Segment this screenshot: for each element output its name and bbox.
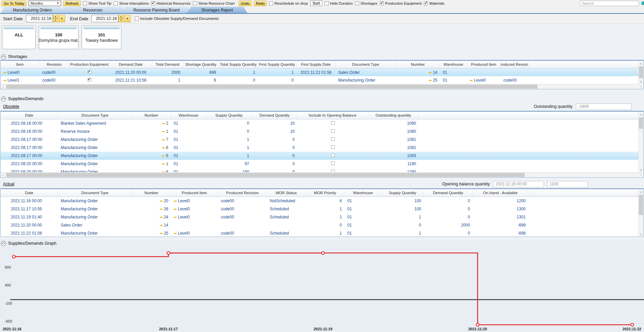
group-card-all[interactable]: ALL [2,26,36,49]
column-header[interactable]: Date [1,112,58,119]
row-checkbox[interactable] [331,145,335,149]
column-header[interactable]: Warehouse [440,61,467,68]
table-row[interactable]: 2021:08:16 00:00Reserve Invoice➡10101010… [1,127,643,135]
column-header[interactable]: Supply Quantity [206,112,252,119]
scroll-left-icon[interactable]: ‹ [1,84,6,89]
table-row[interactable]: 2021:08:17 00:00Manufacturing Order➡6011… [1,144,643,152]
checkbox-historical-resources[interactable]: Historical Resources [151,1,191,5]
group-card-100[interactable]: 100 Domyślna grupa mat. [39,26,79,49]
spin-down-icon[interactable]: ▼ [53,19,58,22]
scroll-up-icon[interactable]: ∧ [639,112,643,117]
redo-button[interactable]: Redo [254,1,267,6]
scrollbar-track[interactable] [639,66,643,79]
spin-up-icon[interactable]: ▲ [118,15,124,19]
column-header[interactable]: Produced Item [171,189,218,197]
checkbox-materials[interactable]: Materials [424,1,444,5]
scroll-down-icon[interactable]: ∨ [639,168,643,172]
column-header[interactable]: Produced Revision [218,189,267,197]
column-header[interactable]: On Hand - Available [473,189,528,197]
scroll-left-icon[interactable]: ‹ [1,173,6,177]
end-date-input[interactable] [91,15,118,22]
column-header[interactable]: Number [396,61,440,68]
row-checkbox[interactable] [88,70,91,74]
column-header[interactable]: MOR Status [267,189,306,197]
scrollbar-track[interactable] [6,84,638,89]
table-row[interactable]: 2021:11:16 00:00Manufacturing Order➡20➡L… [1,197,643,205]
checkbox-shortages[interactable]: Shortages [355,1,377,5]
column-header[interactable]: Demand Quantity [252,112,297,119]
checkbox-reschedule-on-drop[interactable]: Reschedule on drop [269,1,308,5]
scroll-up-icon[interactable]: ∧ [639,61,643,66]
row-checkbox[interactable] [331,129,335,133]
spin-up-icon[interactable]: ▲ [53,15,58,19]
column-header[interactable]: Revision [39,61,69,68]
vertical-scrollbar[interactable]: ∧ ∨ [638,190,643,237]
graph-data-point[interactable] [631,323,634,326]
row-checkbox[interactable] [331,137,335,141]
column-header[interactable]: MOR Priority [306,189,345,197]
column-header[interactable]: Total Supply Quantity [219,61,258,68]
horizontal-scrollbar[interactable]: ‹ › [1,172,643,177]
column-header[interactable]: Item [1,61,39,68]
graph-data-point[interactable] [12,255,16,258]
spin-down-icon[interactable]: ▼ [118,19,124,22]
end-date-dropdown[interactable]: ▼ [124,15,130,22]
table-row[interactable]: ➡Level0code002021:11:20 00:0020006991120… [1,68,643,76]
collapse-chevron-icon[interactable] [1,241,6,246]
scrollbar-thumb[interactable] [6,85,537,89]
column-header[interactable]: Document Type [58,189,132,197]
column-header[interactable]: Outstanding quantity [368,112,419,119]
table-row[interactable]: 2021:08:20 00:00Manufacturing Order➡1019… [1,160,643,168]
tab-resource-planning-board[interactable]: Resource Planning Board [121,7,192,13]
column-header[interactable]: Total Demand [152,61,183,68]
vertical-scrollbar[interactable]: ∧ ∨ [638,112,643,172]
period-select[interactable]: Months ▼ [29,1,61,6]
collapse-chevron-icon[interactable] [1,96,6,101]
table-row[interactable]: 2021:11:19 01:40Manufacturing Order➡24➡L… [1,213,643,221]
table-row[interactable]: 2021:11:22 01:56Manufacturing Order➡25➡L… [1,229,643,237]
collapse-chevron-icon[interactable] [1,54,6,59]
scrollbar-track[interactable] [639,117,643,168]
scrollbar-thumb[interactable] [639,195,643,215]
table-row[interactable]: 2021:08:17 00:00Manufacturing Order➡7011… [1,135,643,144]
vertical-scrollbar[interactable]: ∧ ∨ [638,61,643,84]
checkbox-show-resource-chart[interactable]: Show Resource Chart [193,1,235,5]
column-header[interactable]: Document Type [58,112,132,119]
column-header[interactable]: Document Type [335,61,396,68]
row-checkbox[interactable] [331,170,335,172]
checkbox-production-equipment[interactable]: Production Equipment [380,1,421,5]
column-header[interactable]: First Supply Date [296,61,335,68]
row-checkbox[interactable] [331,121,335,125]
column-header[interactable]: Warehouse [171,112,206,119]
scrollbar-thumb[interactable] [639,117,643,129]
go-to-today-button[interactable]: Go To Today [2,1,26,6]
column-header[interactable]: Production Equipment [69,61,110,68]
tab-shortages-report[interactable]: Shortages Report [187,7,247,13]
graph-data-point[interactable] [476,323,479,326]
scroll-right-icon[interactable]: › [638,173,643,177]
undo-button[interactable]: Undo [239,1,252,6]
checkbox-show-tool-tip[interactable]: Show Tool Tip [83,1,111,5]
refresh-button[interactable]: Refresh [63,1,81,6]
scroll-up-icon[interactable]: ∧ [639,190,643,194]
column-header[interactable]: Include In Opening Balance [297,112,368,119]
obsolete-label[interactable]: Obsolete [3,104,19,109]
scroll-right-icon[interactable]: › [638,84,643,89]
search-input[interactable] [580,1,639,6]
table-row[interactable]: 2021:08:20 00:00Manufacturing Order➡8011… [1,168,643,172]
table-row[interactable]: 2021:08:16 00:00Blanket Sales Agreement➡… [1,119,643,127]
scrollbar-track[interactable] [6,173,638,177]
table-row[interactable]: ➡Level1code002021:11:21 10:561600Manufac… [1,76,643,84]
checkbox-hide-duration[interactable]: Hide Duration [325,1,353,5]
graph-data-point[interactable] [167,251,170,254]
scrollbar-thumb[interactable] [639,66,643,78]
sort-button[interactable]: Sort [310,0,322,6]
column-header[interactable]: Produced Revision [501,61,528,68]
tab-resources[interactable]: Resources [59,7,126,13]
scroll-down-icon[interactable]: ∨ [639,79,643,84]
graph-data-point[interactable] [322,251,325,254]
scroll-down-icon[interactable]: ∨ [639,232,643,237]
row-checkbox[interactable] [88,78,91,82]
column-header[interactable]: Date [1,189,58,197]
column-header[interactable]: Warehouse [345,189,382,197]
